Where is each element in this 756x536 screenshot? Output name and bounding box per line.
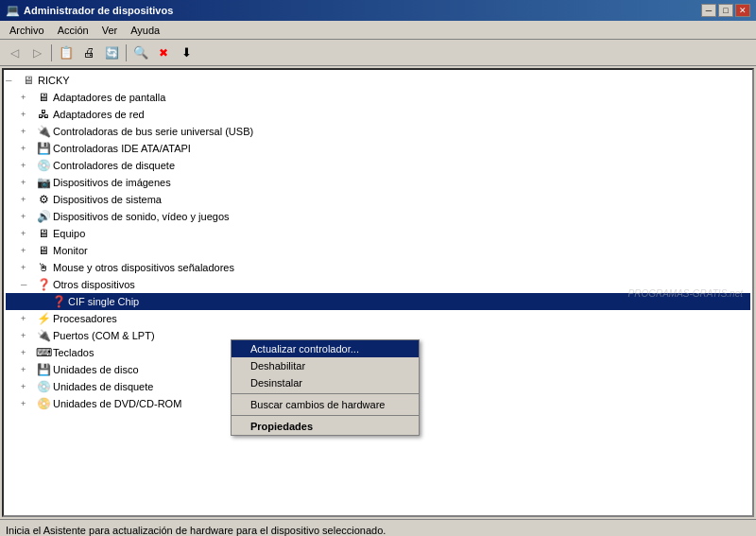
label-13: Procesadores — [53, 311, 117, 326]
label-12: CIF single Chip — [68, 294, 139, 309]
print-button[interactable]: 🖨 — [78, 43, 99, 63]
tree-item-6[interactable]: + ⚙ Dispositivos de sistema — [6, 191, 750, 208]
label-5: Dispositivos de imágenes — [53, 175, 171, 190]
expander-17[interactable]: + — [21, 379, 36, 394]
window-icon: 💻 — [6, 4, 20, 17]
status-text: Inicia el Asistente para actualización d… — [6, 525, 386, 536]
tree-item-9[interactable]: + 🖥 Monitor — [6, 242, 750, 259]
expander-7[interactable]: + — [21, 209, 36, 224]
expander-18[interactable]: + — [21, 396, 36, 411]
ctx-propiedades[interactable]: Propiedades — [232, 418, 419, 435]
icon-12: ❓ — [51, 294, 66, 309]
expander-5[interactable]: + — [21, 175, 36, 190]
label-16: Unidades de disco — [53, 362, 139, 377]
tree-item-2[interactable]: + 🔌 Controladoras de bus serie universal… — [6, 123, 750, 140]
expander-11[interactable]: ─ — [21, 277, 36, 292]
ctx-desinstalar[interactable]: Desinstalar — [232, 374, 419, 391]
icon-6: ⚙ — [36, 192, 51, 207]
ctx-buscar[interactable]: Buscar cambios de hardware — [232, 396, 419, 413]
back-button[interactable]: ◁ — [4, 43, 25, 63]
tree-item-0[interactable]: + 🖥 Adaptadores de pantalla — [6, 89, 750, 106]
expander-15[interactable]: + — [21, 345, 36, 360]
label-4: Controladores de disquete — [53, 158, 175, 173]
ctx-actualizar[interactable]: Actualizar controlador... — [232, 340, 419, 357]
ctx-deshabilitar[interactable]: Deshabilitar — [232, 357, 419, 374]
scan-button[interactable]: 🔍 — [130, 43, 151, 63]
expander-0[interactable]: + — [21, 90, 36, 105]
ctx-sep-2 — [232, 415, 419, 416]
icon-13: ⚡ — [36, 311, 51, 326]
icon-16: 💾 — [36, 362, 51, 377]
toolbar-separator-2 — [126, 44, 127, 61]
label-18: Unidades de DVD/CD-ROM — [53, 396, 181, 411]
label-0: Adaptadores de pantalla — [53, 90, 165, 105]
expander-6[interactable]: + — [21, 192, 36, 207]
tree-root[interactable]: ─ 🖥 RICKY — [6, 72, 750, 89]
expander-1[interactable]: + — [21, 107, 36, 122]
icon-14: 🔌 — [36, 328, 51, 343]
context-menu: Actualizar controlador... Deshabilitar D… — [231, 339, 420, 436]
icon-7: 🔊 — [36, 209, 51, 224]
toolbar-separator-1 — [51, 44, 52, 61]
icon-3: 💾 — [36, 141, 51, 156]
expander-14[interactable]: + — [21, 328, 36, 343]
expander-3[interactable]: + — [21, 141, 36, 156]
expander-2[interactable]: + — [21, 124, 36, 139]
label-15: Teclados — [53, 345, 94, 360]
tree-view[interactable]: ─ 🖥 RICKY + 🖥 Adaptadores de pantalla + … — [4, 70, 752, 515]
menu-accion[interactable]: Acción — [52, 24, 94, 37]
label-3: Controladoras IDE ATA/ATAPI — [53, 141, 191, 156]
update-button[interactable]: ⬇ — [176, 43, 197, 63]
expander-16[interactable]: + — [21, 362, 36, 377]
label-7: Dispositivos de sonido, vídeo y juegos — [53, 209, 230, 224]
title-bar: 💻 Administrador de dispositivos ─ □ ✕ — [0, 0, 756, 21]
label-10: Mouse y otros dispositivos señaladores — [53, 260, 234, 275]
label-17: Unidades de disquete — [53, 379, 153, 394]
expander-13[interactable]: + — [21, 311, 36, 326]
toolbar: ◁ ▷ 📋 🖨 🔄 🔍 ✖ ⬇ — [0, 40, 756, 66]
expander-9[interactable]: + — [21, 243, 36, 258]
tree-item-11[interactable]: ─ ❓ Otros dispositivos — [6, 276, 750, 293]
icon-17: 💿 — [36, 379, 51, 394]
icon-9: 🖥 — [36, 243, 51, 258]
tree-item-8[interactable]: + 🖥 Equipo — [6, 225, 750, 242]
tree-item-13[interactable]: + ⚡ Procesadores — [6, 310, 750, 327]
tree-item-7[interactable]: + 🔊 Dispositivos de sonido, vídeo y jueg… — [6, 208, 750, 225]
window-title: Administrador de dispositivos — [24, 5, 173, 16]
icon-10: 🖱 — [36, 260, 51, 275]
root-expander[interactable]: ─ — [6, 73, 21, 88]
icon-2: 🔌 — [36, 124, 51, 139]
tree-item-3[interactable]: + 💾 Controladoras IDE ATA/ATAPI — [6, 140, 750, 157]
properties-button[interactable]: 📋 — [56, 43, 77, 63]
remove-button[interactable]: ✖ — [153, 43, 174, 63]
minimize-button[interactable]: ─ — [701, 4, 716, 17]
window-controls: ─ □ ✕ — [701, 4, 750, 17]
menu-ver[interactable]: Ver — [96, 24, 124, 37]
menu-bar: Archivo Acción Ver Ayuda — [0, 21, 756, 40]
tree-item-5[interactable]: + 📷 Dispositivos de imágenes — [6, 174, 750, 191]
icon-0: 🖥 — [36, 90, 51, 105]
menu-archivo[interactable]: Archivo — [4, 24, 50, 37]
menu-ayuda[interactable]: Ayuda — [125, 24, 165, 37]
close-button[interactable]: ✕ — [735, 4, 750, 17]
maximize-button[interactable]: □ — [718, 4, 733, 17]
label-2: Controladoras de bus serie universal (US… — [53, 124, 253, 139]
expander-8[interactable]: + — [21, 226, 36, 241]
icon-4: 💿 — [36, 158, 51, 173]
tree-item-4[interactable]: + 💿 Controladores de disquete — [6, 157, 750, 174]
tree-item-12[interactable]: ❓ CIF single Chip — [6, 293, 750, 310]
tree-item-10[interactable]: + 🖱 Mouse y otros dispositivos señalador… — [6, 259, 750, 276]
forward-button[interactable]: ▷ — [26, 43, 47, 63]
label-14: Puertos (COM & LPT) — [53, 328, 155, 343]
icon-5: 📷 — [36, 175, 51, 190]
main-area: ─ 🖥 RICKY + 🖥 Adaptadores de pantalla + … — [2, 68, 754, 517]
expander-4[interactable]: + — [21, 158, 36, 173]
expander-10[interactable]: + — [21, 260, 36, 275]
refresh-button[interactable]: 🔄 — [101, 43, 122, 63]
tree-item-1[interactable]: + 🖧 Adaptadores de red — [6, 106, 750, 123]
icon-11: ❓ — [36, 277, 51, 292]
label-6: Dispositivos de sistema — [53, 192, 162, 207]
label-11: Otros dispositivos — [53, 277, 135, 292]
icon-18: 📀 — [36, 396, 51, 411]
root-label: RICKY — [38, 73, 70, 88]
